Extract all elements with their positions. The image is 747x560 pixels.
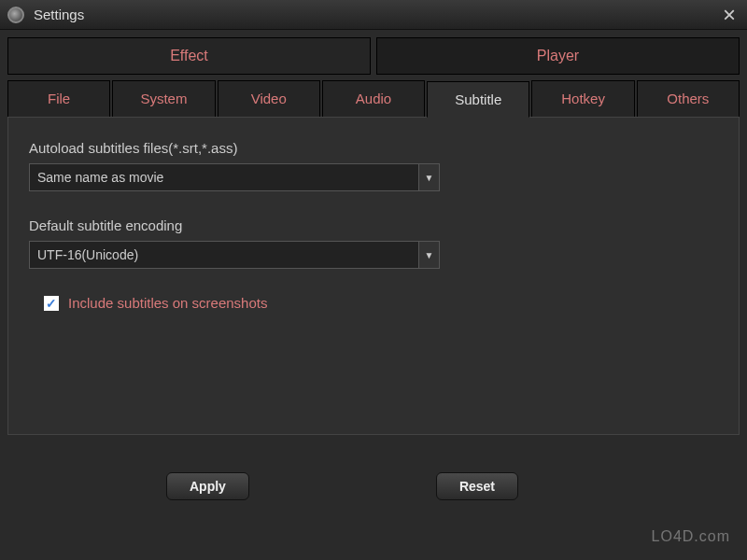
check-icon: ✓ [46, 297, 57, 310]
app-icon [7, 7, 24, 23]
close-icon[interactable]: × [719, 4, 740, 26]
content-panel: Autoload subtitles files(*.srt,*.ass) Sa… [7, 118, 740, 435]
reset-button[interactable]: Reset [436, 472, 518, 500]
subtab-video[interactable]: Video [218, 80, 320, 117]
include-subs-checkbox[interactable]: ✓ [44, 296, 59, 311]
subtab-hotkey[interactable]: Hotkey [531, 80, 634, 117]
subtab-others[interactable]: Others [637, 80, 740, 117]
encoding-group: Default subtitle encoding UTF-16(Unicode… [29, 217, 718, 269]
window-title: Settings [34, 7, 84, 22]
chevron-down-icon: ▼ [418, 242, 439, 268]
apply-button[interactable]: Apply [166, 472, 249, 500]
autoload-select[interactable]: Same name as movie ▼ [29, 163, 440, 191]
titlebar: Settings × [0, 0, 747, 30]
sub-tabs: File System Video Audio Subtitle Hotkey … [7, 80, 740, 118]
autoload-value: Same name as movie [37, 170, 163, 185]
encoding-select[interactable]: UTF-16(Unicode) ▼ [29, 241, 440, 269]
subtab-file[interactable]: File [7, 80, 110, 117]
watermark: LO4D.com [652, 528, 730, 545]
tab-player[interactable]: Player [376, 37, 740, 75]
autoload-group: Autoload subtitles files(*.srt,*.ass) Sa… [29, 140, 718, 191]
include-subs-row: ✓ Include subtitles on screenshots [44, 295, 718, 311]
primary-tabs: Effect Player [7, 37, 740, 75]
button-row: Apply Reset [7, 472, 740, 500]
autoload-label: Autoload subtitles files(*.srt,*.ass) [29, 140, 718, 156]
subtab-subtitle[interactable]: Subtitle [427, 81, 529, 118]
encoding-label: Default subtitle encoding [29, 217, 718, 233]
chevron-down-icon: ▼ [418, 164, 439, 190]
encoding-value: UTF-16(Unicode) [37, 247, 138, 262]
subtab-audio[interactable]: Audio [322, 80, 425, 117]
include-subs-label[interactable]: Include subtitles on screenshots [68, 295, 267, 311]
subtab-system[interactable]: System [112, 80, 215, 117]
tab-effect[interactable]: Effect [7, 37, 371, 75]
